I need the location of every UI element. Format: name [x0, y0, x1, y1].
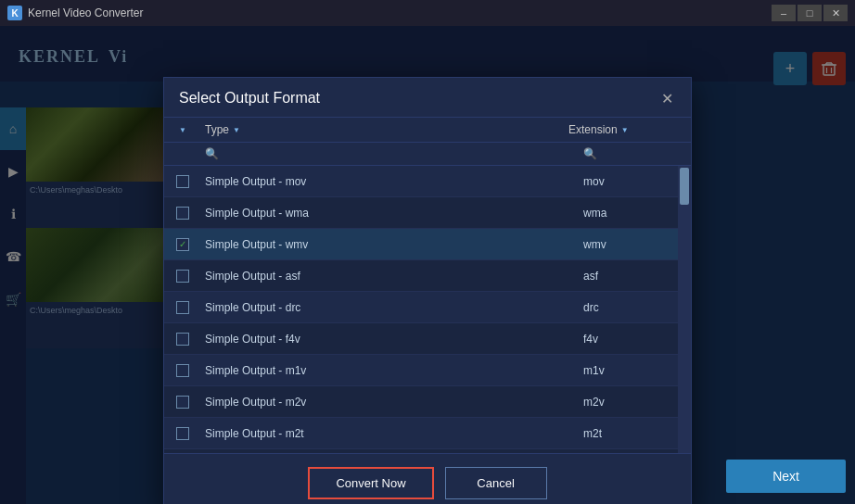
format-table-container: ▼ Type ▼ Extension ▼ 🔍: [164, 118, 691, 453]
checkbox-icon[interactable]: ✓: [176, 238, 189, 251]
maximize-button[interactable]: □: [798, 5, 822, 21]
checkbox-icon[interactable]: [176, 207, 189, 220]
title-bar-left: K Kernel Video Converter: [7, 6, 144, 20]
minimize-button[interactable]: –: [772, 5, 796, 21]
checkbox-icon[interactable]: [176, 396, 189, 409]
title-bar-controls: – □ ✕: [772, 5, 848, 21]
row-type: Simple Output - f4v: [201, 327, 580, 351]
scrollbar-thumb[interactable]: [680, 168, 689, 205]
table-row[interactable]: Simple Output - wmawma: [164, 197, 691, 229]
row-checkbox[interactable]: [164, 301, 201, 314]
row-ext: asf: [580, 264, 691, 288]
row-type: Simple Output - m2v: [201, 390, 580, 414]
row-checkbox[interactable]: ✓: [164, 238, 201, 251]
row-type: Simple Output - mov: [201, 170, 580, 194]
column-header-extension[interactable]: Extension ▼: [565, 118, 676, 142]
row-ext: m1v: [580, 359, 691, 383]
convert-now-button[interactable]: Convert Now: [308, 467, 433, 499]
title-bar-text: Kernel Video Converter: [28, 6, 144, 19]
table-row[interactable]: Simple Output - movmov: [164, 166, 691, 197]
sort-arrow-check: ▼: [179, 126, 186, 134]
row-checkbox[interactable]: [164, 364, 201, 377]
table-row[interactable]: Simple Output - m2tsm2ts: [164, 449, 691, 453]
row-checkbox[interactable]: [164, 333, 201, 346]
search-type-cell[interactable]: 🔍: [201, 145, 580, 162]
cancel-button[interactable]: Cancel: [445, 467, 547, 499]
scrollbar[interactable]: [678, 166, 691, 453]
format-rows: Simple Output - movmovSimple Output - wm…: [164, 166, 691, 453]
row-checkbox[interactable]: [164, 396, 201, 409]
app-close-button[interactable]: ✕: [823, 5, 848, 21]
row-type: Simple Output - asf: [201, 264, 580, 288]
dialog-close-button[interactable]: ✕: [657, 89, 676, 107]
dialog-title: Select Output Format: [179, 90, 320, 107]
row-type: Simple Output - m2ts: [201, 453, 580, 454]
table-row[interactable]: ✓Simple Output - wmvwmv: [164, 229, 691, 260]
dialog-footer: Convert Now Cancel: [164, 453, 691, 504]
table-row[interactable]: Simple Output - m2vm2v: [164, 386, 691, 418]
table-row[interactable]: Simple Output - f4vf4v: [164, 323, 691, 355]
format-list: Simple Output - movmovSimple Output - wm…: [164, 166, 691, 453]
row-ext: mov: [580, 170, 691, 194]
table-row[interactable]: Simple Output - m2tm2t: [164, 418, 691, 449]
select-output-dialog: Select Output Format ✕ ▼ Type ▼ Extensio…: [163, 77, 692, 504]
table-header: ▼ Type ▼ Extension ▼: [164, 118, 691, 143]
table-row[interactable]: Simple Output - asfasf: [164, 260, 691, 292]
row-type: Simple Output - m1v: [201, 359, 580, 383]
next-button[interactable]: Next: [726, 460, 846, 493]
checkbox-icon[interactable]: [176, 333, 189, 346]
row-checkbox[interactable]: [164, 270, 201, 283]
title-bar: K Kernel Video Converter – □ ✕: [0, 0, 855, 26]
sort-arrow-type: ▼: [233, 126, 240, 134]
row-type: Simple Output - wma: [201, 201, 580, 225]
checkbox-icon[interactable]: [176, 270, 189, 283]
checkbox-icon[interactable]: [176, 427, 189, 440]
row-type: Simple Output - drc: [201, 296, 580, 320]
row-checkbox[interactable]: [164, 207, 201, 220]
table-row[interactable]: Simple Output - m1vm1v: [164, 355, 691, 386]
row-ext: f4v: [580, 327, 691, 351]
checkbox-icon[interactable]: [176, 301, 189, 314]
row-ext: wma: [580, 201, 691, 225]
checkbox-icon[interactable]: [176, 175, 189, 188]
search-row: 🔍 🔍: [164, 143, 691, 166]
dialog-overlay: Select Output Format ✕ ▼ Type ▼ Extensio…: [0, 26, 855, 504]
sort-arrow-ext: ▼: [621, 126, 629, 134]
column-header-type[interactable]: Type ▼: [201, 118, 565, 142]
column-header-check: ▼: [164, 120, 201, 140]
row-ext: m2ts: [580, 453, 691, 454]
app-area: KERNEL Vi + ⌂ ▶ ℹ ☎ 🛒 C:\User: [0, 26, 855, 504]
dialog-titlebar: Select Output Format ✕: [164, 78, 691, 118]
row-ext: m2t: [580, 422, 691, 446]
checkbox-icon[interactable]: [176, 364, 189, 377]
search-type-icon[interactable]: 🔍: [205, 147, 219, 160]
table-row[interactable]: Simple Output - drcdrc: [164, 292, 691, 323]
app-icon: K: [7, 6, 22, 20]
search-ext-icon[interactable]: 🔍: [583, 147, 597, 160]
row-ext: wmv: [580, 233, 691, 257]
row-type: Simple Output - wmv: [201, 233, 580, 257]
row-ext: drc: [580, 296, 691, 320]
row-checkbox[interactable]: [164, 175, 201, 188]
search-ext-cell[interactable]: 🔍: [580, 145, 691, 162]
row-type: Simple Output - m2t: [201, 422, 580, 446]
row-ext: m2v: [580, 390, 691, 414]
row-checkbox[interactable]: [164, 427, 201, 440]
